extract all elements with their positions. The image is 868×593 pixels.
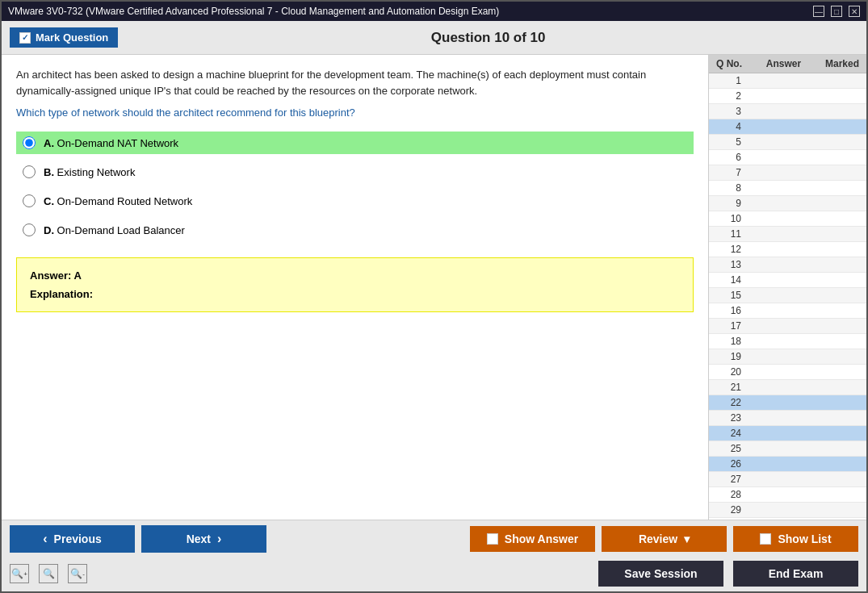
sidebar-answer	[749, 395, 818, 410]
sidebar-answer	[749, 503, 818, 517]
sidebar-marked	[818, 411, 866, 425]
zoom-normal-button[interactable]: 🔍	[39, 564, 58, 583]
radio-d[interactable]	[23, 223, 36, 236]
sidebar-marked	[818, 135, 866, 149]
sidebar-answer	[749, 457, 818, 471]
sidebar-row[interactable]: 7	[709, 165, 866, 181]
option-c[interactable]: C. On-Demand Routed Network	[16, 190, 694, 212]
sidebar-row[interactable]: 20	[709, 365, 866, 380]
sidebar-marked	[818, 288, 866, 303]
sidebar-answer	[749, 426, 818, 441]
sidebar-answer	[749, 73, 818, 88]
sidebar-row[interactable]: 5	[709, 135, 866, 150]
sidebar-qno: 7	[709, 165, 749, 180]
sidebar-qno: 20	[709, 365, 749, 379]
show-list-button[interactable]: ✓ Show List	[733, 526, 858, 552]
sidebar-answer	[749, 334, 818, 349]
review-dropdown-icon: ▾	[684, 532, 690, 545]
review-button[interactable]: Review ▾	[602, 526, 727, 552]
next-chevron-icon: ›	[217, 532, 221, 546]
sidebar-marked	[818, 196, 866, 211]
sidebar-qno: 29	[709, 503, 749, 517]
window-controls: — □ ✕	[813, 6, 860, 17]
sidebar-row[interactable]: 18	[709, 334, 866, 349]
review-label: Review	[639, 532, 677, 545]
sidebar-marked	[818, 242, 866, 257]
sidebar-qno: 25	[709, 441, 749, 456]
sidebar-marked	[818, 472, 866, 487]
sidebar-row[interactable]: 14	[709, 273, 866, 288]
sidebar-marked	[818, 227, 866, 241]
option-a-label: A. On-Demand NAT Network	[44, 137, 178, 149]
sidebar-answer	[749, 319, 818, 333]
sidebar-row[interactable]: 8	[709, 181, 866, 196]
sidebar-marked	[818, 365, 866, 379]
sidebar-marked	[818, 73, 866, 88]
sidebar-answer	[749, 181, 818, 195]
bottom-bar: ‹ Previous Next › Show Answer Review ▾ ✓…	[2, 520, 866, 591]
sidebar-row[interactable]: 17	[709, 319, 866, 334]
radio-b[interactable]	[23, 165, 36, 178]
minimize-button[interactable]: —	[813, 6, 824, 17]
sidebar-row[interactable]: 15	[709, 288, 866, 303]
sidebar-row[interactable]: 23	[709, 411, 866, 426]
sidebar-row[interactable]: 19	[709, 349, 866, 365]
answer-header: Answer	[749, 55, 818, 73]
previous-button[interactable]: ‹ Previous	[10, 525, 135, 553]
sidebar-row[interactable]: 2	[709, 89, 866, 104]
sidebar-answer	[749, 472, 818, 487]
sidebar-marked	[818, 487, 866, 502]
save-session-button[interactable]: Save Session	[598, 561, 723, 587]
sidebar-answer	[749, 365, 818, 379]
sidebar-row[interactable]: 10	[709, 211, 866, 227]
sidebar-qno: 23	[709, 411, 749, 425]
sidebar-row[interactable]: 11	[709, 227, 866, 242]
maximize-button[interactable]: □	[831, 6, 842, 17]
option-a[interactable]: A. On-Demand NAT Network	[16, 132, 694, 154]
sidebar-qno: 5	[709, 135, 749, 149]
sidebar-row[interactable]: 24	[709, 426, 866, 441]
sidebar-marked	[818, 457, 866, 471]
main-content: An architect has been asked to design a …	[2, 55, 866, 520]
title-bar: VMware 3V0-732 (VMware Certified Advance…	[2, 2, 866, 21]
radio-a[interactable]	[23, 136, 36, 149]
sidebar-qno: 28	[709, 487, 749, 502]
sidebar-row[interactable]: 4	[709, 119, 866, 135]
option-d-label: D. On-Demand Load Balancer	[44, 224, 185, 236]
sidebar-row[interactable]: 12	[709, 242, 866, 257]
show-list-label: Show List	[778, 532, 831, 545]
sidebar-row[interactable]: 25	[709, 441, 866, 457]
option-d[interactable]: D. On-Demand Load Balancer	[16, 219, 694, 241]
sidebar-row[interactable]: 1	[709, 73, 866, 89]
sidebar-qno: 6	[709, 150, 749, 165]
sidebar-row[interactable]: 29	[709, 503, 866, 518]
sidebar-row[interactable]: 28	[709, 487, 866, 503]
question-highlight: Which type of network should the archite…	[16, 106, 694, 119]
close-button[interactable]: ✕	[849, 6, 860, 17]
mark-question-button[interactable]: ✓ Mark Question	[10, 27, 118, 48]
sidebar-row[interactable]: 9	[709, 196, 866, 211]
sidebar-row[interactable]: 26	[709, 457, 866, 472]
sidebar-rows: 1 2 3 4 5 6 7 8	[709, 73, 866, 520]
next-button[interactable]: Next ›	[141, 525, 266, 553]
show-answer-button[interactable]: Show Answer	[470, 526, 595, 552]
sidebar-row[interactable]: 6	[709, 150, 866, 165]
sidebar-row[interactable]: 3	[709, 104, 866, 119]
sidebar-row[interactable]: 22	[709, 395, 866, 411]
sidebar-row[interactable]: 21	[709, 380, 866, 395]
zoom-in-button[interactable]: 🔍+	[10, 564, 29, 583]
zoom-out-button[interactable]: 🔍-	[68, 564, 87, 583]
sidebar-qno: 19	[709, 349, 749, 364]
end-exam-button[interactable]: End Exam	[733, 561, 858, 587]
question-title: Question 10 of 10	[118, 30, 858, 46]
main-window: VMware 3V0-732 (VMware Certified Advance…	[0, 0, 868, 593]
sidebar-answer	[749, 165, 818, 180]
sidebar-answer	[749, 150, 818, 165]
sidebar-row[interactable]: 16	[709, 303, 866, 319]
option-b[interactable]: B. Existing Network	[16, 161, 694, 183]
sidebar-row[interactable]: 27	[709, 472, 866, 487]
sidebar-row[interactable]: 13	[709, 257, 866, 273]
show-list-icon: ✓	[760, 533, 771, 545]
radio-c[interactable]	[23, 194, 36, 207]
sidebar-marked	[818, 303, 866, 318]
